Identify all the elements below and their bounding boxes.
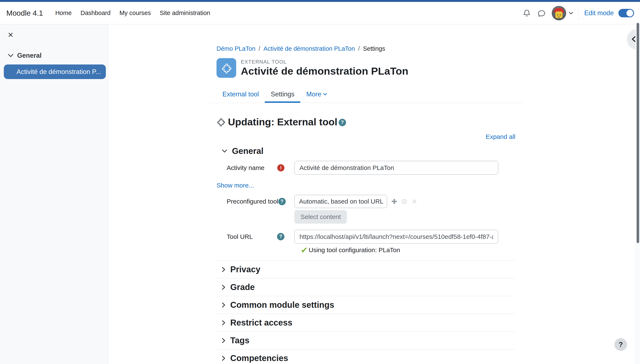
activity-name-input[interactable] [294, 161, 498, 174]
nav-link-site-administration[interactable]: Site administration [155, 10, 215, 16]
tool-url-input[interactable] [294, 230, 498, 244]
add-tool-icon[interactable]: ✚ [391, 198, 397, 205]
activity-name-label: Activity name [227, 164, 264, 172]
section-privacy[interactable]: Privacy [217, 260, 515, 278]
tab-more[interactable]: More [300, 88, 333, 103]
navbar-divider [578, 6, 579, 20]
user-avatar[interactable] [552, 6, 566, 20]
breadcrumb: Démo PLaTon / Activité de démonstration … [217, 24, 515, 52]
chevron-right-icon [222, 267, 226, 272]
required-icon: ! [277, 164, 284, 172]
chevron-right-icon [222, 302, 226, 308]
help-icon[interactable]: ? [278, 198, 286, 205]
preconfigured-tool-label: Preconfigured tool [227, 198, 278, 205]
chevron-right-icon [222, 356, 226, 361]
form-heading: Updating: External tool [228, 116, 337, 128]
breadcrumb-course-link[interactable]: Démo PLaTon [217, 45, 256, 52]
section-general-title: General [232, 146, 264, 156]
chevron-down-icon [8, 54, 14, 58]
check-icon: ✔ [301, 246, 308, 254]
collapsed-sections: Privacy Grade Common module settings Res… [217, 260, 515, 364]
preconfigured-tool-select[interactable]: Automatic, based on tool URL [294, 195, 387, 208]
preconfigured-tool-row: Preconfigured tool ? Automatic, based on… [217, 195, 515, 208]
external-tool-puzzle-icon [217, 58, 236, 78]
section-competencies[interactable]: Competencies [217, 349, 515, 364]
show-more-row: Show more... [217, 182, 515, 189]
scrollbar-thumb[interactable] [636, 23, 639, 243]
floating-help-button[interactable]: ? [614, 338, 627, 351]
section-grade[interactable]: Grade [217, 278, 515, 296]
nav-link-home[interactable]: Home [51, 10, 76, 16]
tab-settings[interactable]: Settings [265, 88, 300, 103]
expand-all-row: Expand all [217, 133, 515, 140]
tool-config-status-text: Using tool configuration: PLaTon [309, 246, 400, 254]
page-header: EXTERNAL TOOL Activité de démonstration … [217, 58, 515, 78]
select-content-button[interactable]: Select content [294, 210, 347, 224]
chevron-right-icon [222, 338, 226, 343]
help-icon[interactable]: ? [277, 233, 284, 240]
tab-external-tool[interactable]: External tool [217, 88, 265, 103]
course-index-item-active[interactable]: Activité de démonstration P... [4, 64, 106, 79]
nav-link-my-courses[interactable]: My courses [115, 10, 155, 16]
scrollbar-track[interactable] [635, 23, 640, 364]
primary-nav: Home Dashboard My courses Site administr… [51, 10, 215, 16]
breadcrumb-current: Settings [363, 45, 385, 52]
tool-config-status: ✔ Using tool configuration: PLaTon [301, 246, 515, 254]
activity-type-eyebrow: EXTERNAL TOOL [241, 59, 408, 65]
form-heading-row: Updating: External tool ? [217, 116, 515, 128]
course-index-section-general[interactable]: General [8, 52, 42, 60]
puzzle-icon [217, 118, 226, 126]
preconfigured-tool-actions: ✚ ⚙ ✕ [391, 198, 417, 205]
section-general[interactable]: General [217, 146, 515, 156]
activity-name-row: Activity name ! [217, 161, 515, 174]
course-index-drawer: ✕ General Activité de démonstration P... [0, 24, 108, 364]
drawer-close-icon[interactable]: ✕ [6, 31, 15, 39]
main-content: Démo PLaTon / Activité de démonstration … [108, 24, 640, 364]
chevron-right-icon [222, 284, 226, 290]
chevron-down-icon [222, 149, 227, 153]
expand-all-link[interactable]: Expand all [486, 133, 515, 140]
navbar-right: Edit mode [517, 6, 634, 20]
screen: Moodle 4.1 Home Dashboard My courses Sit… [0, 0, 640, 364]
chevron-down-icon [323, 93, 327, 96]
site-brand[interactable]: Moodle 4.1 [6, 9, 43, 17]
select-content-row: Select content [294, 210, 515, 224]
page-title: Activité de démonstration PLaTon [241, 66, 408, 76]
tool-url-label: Tool URL [227, 233, 253, 240]
nav-link-dashboard[interactable]: Dashboard [76, 10, 115, 16]
help-icon[interactable]: ? [339, 119, 346, 126]
course-index-section-label: General [17, 52, 42, 60]
show-more-link[interactable]: Show more... [217, 182, 254, 189]
tool-url-row: Tool URL ? [217, 230, 515, 244]
section-common-module-settings[interactable]: Common module settings [217, 296, 515, 314]
edit-mode-toggle[interactable] [618, 9, 634, 17]
edit-mode-label[interactable]: Edit mode [584, 9, 614, 17]
section-restrict-access[interactable]: Restrict access [217, 314, 515, 332]
chevron-right-icon [222, 320, 226, 326]
edit-tool-gear-icon[interactable]: ⚙ [401, 198, 408, 205]
section-tags[interactable]: Tags [217, 332, 515, 349]
chevron-left-icon [631, 36, 636, 42]
notifications-bell-icon[interactable] [522, 8, 532, 18]
top-accent-strip [0, 0, 640, 2]
breadcrumb-activity-link[interactable]: Activité de démonstration PLaTon [264, 45, 355, 52]
messages-chat-icon[interactable] [537, 8, 547, 18]
tertiary-tabs: External tool Settings More [209, 88, 523, 103]
navbar: Moodle 4.1 Home Dashboard My courses Sit… [0, 2, 640, 24]
user-menu-chevron-down-icon[interactable] [569, 12, 573, 14]
delete-tool-x-icon[interactable]: ✕ [411, 198, 417, 205]
